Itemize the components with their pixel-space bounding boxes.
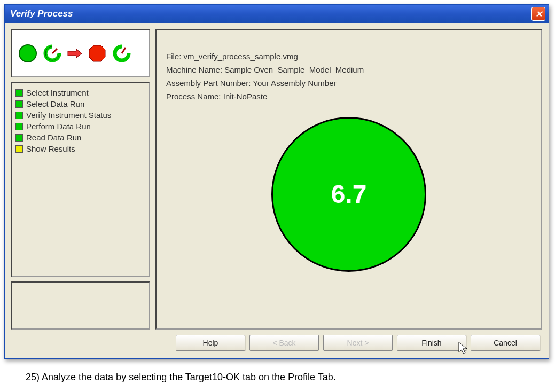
titlebar: Verify Process ✕ bbox=[5, 5, 549, 23]
step-label: Show Results bbox=[26, 144, 75, 153]
svg-line-4 bbox=[122, 48, 126, 53]
process-line: Process Name: Init-NoPaste bbox=[166, 92, 531, 101]
help-button[interactable]: Help bbox=[176, 335, 245, 351]
verify-process-dialog: Verify Process ✕ bbox=[4, 4, 549, 359]
left-column: Select Instrument Select Data Run Verify… bbox=[11, 29, 150, 330]
file-value: vm_verify_process_sample.vmg bbox=[184, 52, 298, 61]
svg-marker-2 bbox=[68, 49, 82, 58]
content-panel: File: vm_verify_process_sample.vmg Machi… bbox=[155, 29, 542, 330]
machine-line: Machine Name: Sample Oven_Sample_Model_M… bbox=[166, 65, 531, 74]
status-square-icon bbox=[15, 112, 23, 119]
assembly-value: Your Assembly Number bbox=[253, 79, 336, 88]
back-button[interactable]: < Back bbox=[249, 335, 319, 351]
main-row: Select Instrument Select Data Run Verify… bbox=[11, 29, 542, 330]
close-button[interactable]: ✕ bbox=[531, 7, 545, 21]
step-item[interactable]: Select Data Run bbox=[15, 98, 146, 109]
close-icon: ✕ bbox=[535, 9, 542, 19]
step-label: Read Data Run bbox=[26, 133, 81, 142]
step-item[interactable]: Select Instrument bbox=[15, 87, 146, 98]
cancel-button[interactable]: Cancel bbox=[471, 335, 540, 351]
assembly-label: Assembly Part Number: bbox=[166, 79, 251, 88]
sidebar-filler bbox=[11, 281, 150, 330]
process-value: Init-NoPaste bbox=[223, 92, 268, 101]
dialog-body: Select Instrument Select Data Run Verify… bbox=[5, 23, 549, 358]
step-item[interactable]: Read Data Run bbox=[15, 132, 146, 143]
window-title: Verify Process bbox=[8, 9, 531, 19]
step-label: Perform Data Run bbox=[26, 122, 91, 131]
file-line: File: vm_verify_process_sample.vmg bbox=[166, 52, 531, 61]
finish-button[interactable]: Finish bbox=[397, 335, 466, 351]
status-square-icon bbox=[15, 134, 23, 142]
status-square-icon bbox=[15, 100, 23, 108]
machine-value: Sample Oven_Sample_Model_Medium bbox=[224, 65, 364, 74]
step-label: Verify Instrument Status bbox=[26, 111, 111, 120]
arrow-right-icon bbox=[67, 48, 83, 59]
result-circle: 6.7 bbox=[271, 117, 426, 272]
assembly-line: Assembly Part Number: Your Assembly Numb… bbox=[166, 79, 531, 88]
circle-green-icon bbox=[18, 43, 38, 64]
file-label: File: bbox=[166, 52, 181, 61]
step-item[interactable]: Verify Instrument Status bbox=[15, 109, 146, 121]
octagon-red-icon bbox=[87, 43, 107, 64]
status-square-icon bbox=[15, 89, 23, 97]
svg-line-1 bbox=[52, 49, 57, 53]
step-list: Select Instrument Select Data Run Verify… bbox=[11, 82, 150, 277]
step-label: Select Data Run bbox=[26, 99, 84, 108]
result-value: 6.7 bbox=[331, 179, 367, 209]
instruction-caption: 25) Analyze the data by selecting the Ta… bbox=[26, 372, 336, 383]
step-label: Select Instrument bbox=[26, 88, 89, 97]
step-item[interactable]: Perform Data Run bbox=[15, 121, 146, 132]
svg-point-0 bbox=[19, 45, 36, 62]
process-label: Process Name: bbox=[166, 92, 221, 101]
wizard-icon-panel bbox=[11, 29, 150, 77]
gauge-green2-icon bbox=[112, 43, 132, 64]
gauge-green-icon bbox=[42, 43, 62, 64]
step-item[interactable]: Show Results bbox=[15, 143, 146, 154]
status-square-icon bbox=[15, 145, 23, 153]
next-button[interactable]: Next > bbox=[323, 335, 393, 351]
machine-label: Machine Name: bbox=[166, 65, 222, 74]
svg-marker-3 bbox=[89, 45, 105, 61]
button-row: Help < Back Next > Finish Cancel bbox=[11, 330, 542, 352]
status-square-icon bbox=[15, 123, 23, 130]
